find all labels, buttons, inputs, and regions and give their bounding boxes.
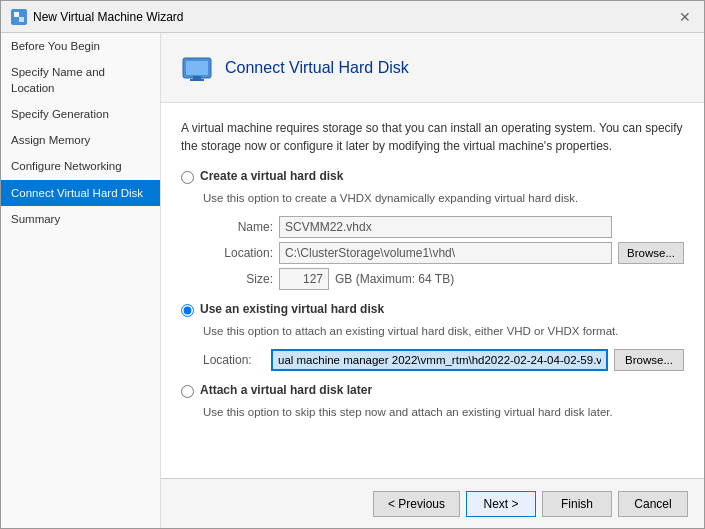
panel-title: Connect Virtual Hard Disk [225,59,409,77]
attach-later-radio[interactable] [181,385,194,398]
size-row: GB (Maximum: 64 TB) [279,268,612,290]
use-existing-description: Use this option to attach an existing vi… [203,323,684,339]
finish-button[interactable]: Finish [542,491,612,517]
svg-rect-4 [193,76,201,79]
size-field-label: Size: [203,272,273,286]
size-input[interactable] [279,268,329,290]
create-vhd-description: Use this option to create a VHDX dynamic… [203,190,684,206]
use-existing-option[interactable]: Use an existing virtual hard disk [181,302,684,317]
existing-vhd-location-row: Location: Browse... [203,349,684,371]
attach-later-option[interactable]: Attach a virtual hard disk later [181,383,684,398]
panel-description: A virtual machine requires storage so th… [181,119,684,155]
sidebar: Before You Begin Specify Name and Locati… [1,33,161,528]
create-vhd-label[interactable]: Create a virtual hard disk [200,169,343,183]
sidebar-item-specify-name[interactable]: Specify Name and Location [1,59,160,101]
create-vhd-option[interactable]: Create a virtual hard disk [181,169,684,184]
svg-rect-1 [19,17,24,22]
sidebar-item-configure-networking[interactable]: Configure Networking [1,153,160,179]
name-input[interactable] [279,216,612,238]
window-icon [11,9,27,25]
panel-body: A virtual machine requires storage so th… [161,103,704,478]
existing-location-input[interactable] [271,349,608,371]
sidebar-item-connect-vhd[interactable]: Connect Virtual Hard Disk [1,180,160,206]
svg-rect-5 [190,79,204,81]
title-bar: New Virtual Machine Wizard ✕ [1,1,704,33]
existing-location-label: Location: [203,353,265,367]
wizard-window: New Virtual Machine Wizard ✕ Before You … [0,0,705,529]
use-existing-radio[interactable] [181,304,194,317]
location-browse-button[interactable]: Browse... [618,242,684,264]
sidebar-item-specify-generation[interactable]: Specify Generation [1,101,160,127]
panel-header: Connect Virtual Hard Disk [161,33,704,103]
existing-browse-button[interactable]: Browse... [614,349,684,371]
svg-rect-0 [14,12,19,17]
next-button[interactable]: Next > [466,491,536,517]
svg-rect-3 [186,61,208,75]
cancel-button[interactable]: Cancel [618,491,688,517]
main-panel: Connect Virtual Hard Disk A virtual mach… [161,33,704,528]
create-vhd-radio[interactable] [181,171,194,184]
previous-button[interactable]: < Previous [373,491,460,517]
panel-header-icon [181,52,213,84]
use-existing-label[interactable]: Use an existing virtual hard disk [200,302,384,316]
sidebar-item-summary[interactable]: Summary [1,206,160,232]
sidebar-item-assign-memory[interactable]: Assign Memory [1,127,160,153]
sidebar-item-before-you-begin[interactable]: Before You Begin [1,33,160,59]
name-field-label: Name: [203,220,273,234]
location-input[interactable] [279,242,612,264]
attach-later-description: Use this option to skip this step now an… [203,404,684,420]
close-button[interactable]: ✕ [676,8,694,26]
footer: < Previous Next > Finish Cancel [161,478,704,528]
location-field-label: Location: [203,246,273,260]
attach-later-label[interactable]: Attach a virtual hard disk later [200,383,372,397]
window-title: New Virtual Machine Wizard [33,10,184,24]
title-bar-left: New Virtual Machine Wizard [11,9,184,25]
size-unit: GB (Maximum: 64 TB) [335,272,454,286]
content-area: Before You Begin Specify Name and Locati… [1,33,704,528]
create-vhd-fields: Name: Location: Browse... Size: GB (Maxi… [203,216,684,290]
